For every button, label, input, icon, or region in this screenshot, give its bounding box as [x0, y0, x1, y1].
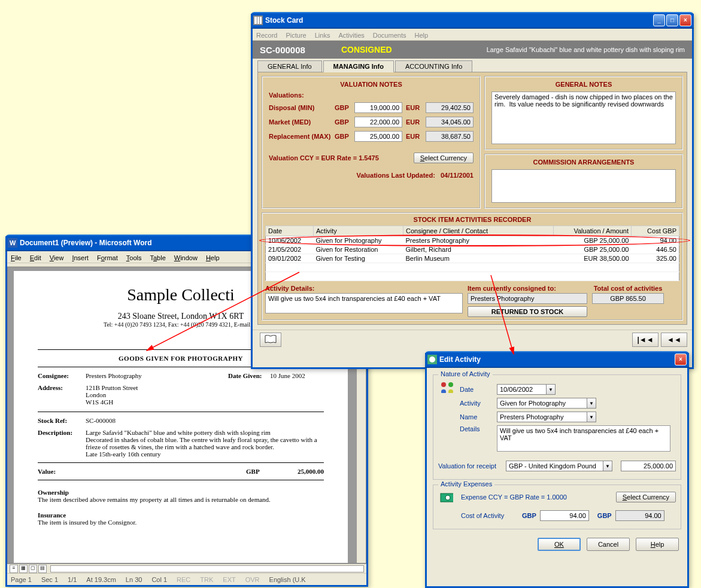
valuation-ccy-dropdown-button[interactable]: ▼ — [603, 461, 612, 471]
tab-accounting-info[interactable]: ACCOUNTING Info — [395, 60, 472, 72]
col-consignee[interactable]: Consignee / Client / Contact — [403, 226, 554, 236]
returned-to-stock-button[interactable]: RETURNED TO STOCK — [468, 306, 587, 317]
view-web-button[interactable]: ▦ — [19, 565, 28, 573]
menu-activities[interactable]: Activities — [338, 32, 364, 39]
close-button[interactable]: × — [679, 14, 691, 26]
stock-desc-short: Large Safavid "Kubachi" blue and white p… — [487, 46, 685, 53]
menu-insert[interactable]: Insert — [72, 254, 89, 261]
cancel-button[interactable]: Cancel — [587, 538, 630, 551]
word-app-icon: W — [8, 238, 17, 248]
table-row[interactable]: 09/01/2002 Given for Testing Berlin Muse… — [266, 254, 679, 263]
value-stockref: SC-000008 — [86, 417, 324, 424]
activity-details-textarea[interactable] — [265, 293, 463, 313]
horizontal-scrollbar[interactable] — [50, 565, 364, 572]
input-valuation-amount[interactable] — [621, 461, 676, 471]
svg-text:W: W — [10, 239, 16, 246]
input-valuation-ccy[interactable] — [506, 461, 603, 471]
input-market-gbp[interactable] — [354, 117, 402, 127]
nav-first-button[interactable]: |◄◄ — [632, 333, 658, 347]
activities-grid[interactable]: Date Activity Consignee / Client / Conta… — [265, 226, 679, 281]
menu-record[interactable]: Record — [256, 32, 277, 39]
close-button[interactable]: × — [675, 354, 687, 365]
ccy-eur: EUR — [406, 104, 422, 111]
input-date[interactable] — [497, 384, 546, 395]
nav-prev-button[interactable]: ◄◄ — [661, 333, 687, 347]
edit-activity-titlebar[interactable]: Edit Activity × — [425, 351, 689, 368]
menu-edit[interactable]: Edit — [30, 254, 41, 261]
tab-managing-info[interactable]: MANAGING Info — [323, 60, 394, 72]
stock-card-window: Stock Card _ □ × Record Picture Links Ac… — [251, 14, 694, 369]
name-dropdown-button[interactable]: ▼ — [587, 412, 596, 422]
label-consigned-to: Item currently consigned to: — [468, 285, 587, 292]
view-normal-button[interactable]: ≡ — [10, 565, 18, 573]
input-market-eur — [426, 117, 474, 127]
menu-window[interactable]: Window — [174, 254, 198, 261]
valuation-ccy-line: Valuation CCY = EUR Rate = 1.5475 — [269, 154, 379, 162]
maximize-button[interactable]: □ — [666, 14, 678, 26]
textarea-details[interactable] — [497, 425, 670, 452]
input-cost1[interactable] — [540, 510, 589, 521]
activity-dropdown-button[interactable]: ▼ — [587, 398, 596, 409]
input-name[interactable] — [497, 412, 587, 422]
valuation-notes-panel: VALUATION NOTES Valuations: Disposal (MI… — [262, 76, 481, 209]
menu-table[interactable]: Table — [150, 254, 165, 261]
input-replacement-gbp[interactable] — [354, 131, 402, 142]
menu-picture[interactable]: Picture — [286, 32, 306, 39]
ok-button[interactable]: OK — [538, 538, 581, 551]
label-activity: Activity — [460, 400, 493, 407]
col-activity[interactable]: Activity — [314, 226, 403, 236]
view-outline-button[interactable]: ▤ — [38, 565, 47, 573]
svg-rect-5 — [260, 17, 262, 24]
value-date-given: 10 June 2002 — [270, 372, 324, 379]
label-name: Name — [460, 413, 493, 421]
menu-tools[interactable]: Tools — [126, 254, 142, 261]
menu-format[interactable]: Format — [97, 254, 118, 261]
ccy-gbp: GBP — [335, 104, 351, 111]
stock-code: SC-000008 — [260, 45, 305, 55]
commission-textarea[interactable] — [491, 169, 676, 203]
nature-of-activity-fieldset: Nature of Activity Date ▼ Activity ▼ Nam… — [433, 374, 681, 480]
text-ownership: The item described above remains my prop… — [38, 496, 324, 503]
cost-ccy1: GBP — [522, 512, 536, 519]
label-market: Market (MED) — [269, 118, 331, 126]
select-currency-button[interactable]: Select Currency — [616, 492, 676, 502]
col-date[interactable]: Date — [266, 226, 314, 236]
stock-card-navbar: |◄◄ ◄◄ — [253, 330, 692, 349]
edit-activity-title: Edit Activity — [439, 355, 675, 364]
table-row[interactable]: 10/06/2002 Given for Photography Prester… — [266, 236, 679, 245]
input-activity[interactable] — [497, 398, 587, 409]
label-date-given: Date Given: — [228, 372, 270, 379]
help-button[interactable]: Help — [636, 538, 679, 551]
view-print-button[interactable]: ▢ — [29, 565, 37, 573]
value-ccy: GBP — [246, 468, 276, 475]
status-at: At 19.3cm — [86, 576, 116, 583]
menu-documents[interactable]: Documents — [373, 32, 406, 39]
svg-point-14 — [445, 495, 450, 500]
input-cost2 — [615, 510, 664, 521]
menu-help[interactable]: Help — [206, 254, 220, 261]
menu-view[interactable]: View — [50, 254, 64, 261]
label-cost-activity: Cost of Activity — [461, 512, 518, 519]
label-date: Date — [460, 386, 493, 393]
tab-general-info[interactable]: GENERAL Info — [257, 60, 322, 72]
menu-help[interactable]: Help — [414, 32, 428, 39]
value-consignee: Presters Photography — [86, 372, 228, 379]
status-trk: TRK — [200, 576, 213, 583]
minimize-button[interactable]: _ — [653, 14, 665, 26]
select-currency-button[interactable]: Select Currency — [414, 153, 474, 163]
stock-card-titlebar[interactable]: Stock Card _ □ × — [251, 12, 694, 29]
svg-point-10 — [441, 389, 446, 393]
table-row[interactable]: 21/05/2002 Given for Restoration Gilbert… — [266, 245, 679, 254]
activity-type-icon — [438, 381, 455, 455]
label-activity-details: Activity Details: — [265, 285, 463, 292]
col-cost[interactable]: Cost GBP — [632, 226, 679, 236]
input-replacement-eur — [426, 131, 474, 142]
input-disposal-gbp[interactable] — [354, 102, 402, 113]
book-icon-button[interactable] — [260, 333, 281, 347]
stock-card-menubar: Record Picture Links Activities Document… — [253, 31, 692, 41]
date-dropdown-button[interactable]: ▼ — [546, 384, 556, 395]
menu-file[interactable]: File — [11, 254, 22, 261]
col-valuation[interactable]: Valuation / Amount — [554, 226, 632, 236]
general-notes-textarea[interactable] — [491, 92, 676, 144]
menu-links[interactable]: Links — [315, 32, 330, 39]
